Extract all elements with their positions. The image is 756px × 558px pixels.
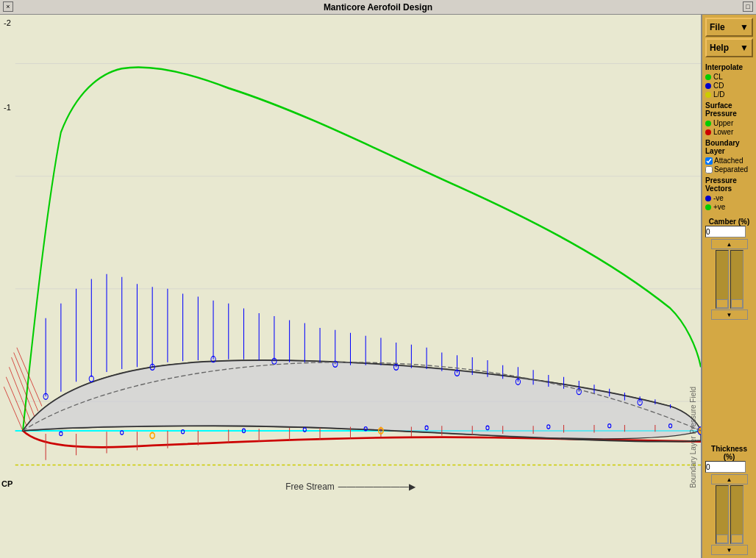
cp-label: CP xyxy=(1,479,13,488)
thickness-thumb-left[interactable] xyxy=(716,534,728,543)
ld-legend: L/D xyxy=(705,90,753,99)
neg-ve-dot xyxy=(705,196,711,201)
close-button[interactable]: × xyxy=(3,1,13,12)
upper-legend: Upper xyxy=(705,119,753,127)
camber-title: Camber (%) xyxy=(705,218,753,226)
cl-dot xyxy=(705,74,711,80)
upper-dot xyxy=(705,121,711,126)
ld-dot xyxy=(705,92,711,98)
separated-checkbox[interactable] xyxy=(705,166,713,174)
thickness-thumb-right[interactable] xyxy=(731,534,743,543)
camber-input[interactable] xyxy=(705,226,746,237)
camber-thumb-left[interactable] xyxy=(716,299,728,308)
thickness-title: Thickness (%) xyxy=(705,445,753,461)
thickness-slider-track-left[interactable] xyxy=(716,485,729,544)
thickness-slider-up[interactable]: ▲ xyxy=(711,474,748,484)
thickness-section: Thickness (%) ▲ ▼ xyxy=(702,442,756,558)
thickness-slider-container: ▲ ▼ xyxy=(705,474,753,555)
cd-legend: CD xyxy=(705,82,753,90)
aerofoil-graph xyxy=(0,15,701,558)
pos-ve-dot xyxy=(705,204,711,210)
window-title: Manticore Aerofoil Design xyxy=(324,2,432,12)
canvas-area: -2 -1 CP Free Stream ————————▶ xyxy=(0,15,701,558)
svg-rect-0 xyxy=(0,15,701,558)
thickness-slider-track-right[interactable] xyxy=(730,485,743,544)
camber-slider-track-right[interactable] xyxy=(730,250,743,309)
interpolate-title: Interpolate xyxy=(705,63,753,71)
attached-checkbox-item: Attached xyxy=(705,157,753,165)
boundary-layer-title: Boundary Layer xyxy=(705,139,753,155)
lower-dot xyxy=(705,129,711,135)
pressure-vectors-title: Pressure Vectors xyxy=(705,176,753,193)
lower-legend: Lower xyxy=(705,128,753,136)
positive-ve-legend: +ve xyxy=(705,203,753,211)
negative-ve-legend: -ve xyxy=(705,194,753,202)
right-panel: File ▼ Help ▼ Interpolate CL CD L/D Su xyxy=(701,15,756,558)
cd-dot xyxy=(705,83,711,89)
camber-slider-down[interactable]: ▼ xyxy=(711,310,748,320)
thickness-input[interactable] xyxy=(705,461,746,473)
cl-legend: CL xyxy=(705,73,753,81)
interpolate-section: Interpolate CL CD L/D Surface Pressure U… xyxy=(702,60,756,215)
thickness-slider-down[interactable]: ▼ xyxy=(711,545,748,555)
free-stream-label: Free Stream ————————▶ xyxy=(285,482,416,492)
camber-thumb-right[interactable] xyxy=(731,299,743,308)
camber-slider-container: ▲ ▼ xyxy=(705,239,753,320)
title-bar: × Manticore Aerofoil Design □ xyxy=(0,0,756,15)
separated-checkbox-item: Separated xyxy=(705,165,753,174)
help-button[interactable]: Help ▼ xyxy=(705,38,753,57)
attached-checkbox[interactable] xyxy=(705,157,713,165)
y-label-neg1: -1 xyxy=(4,103,11,112)
camber-slider-up[interactable]: ▲ xyxy=(711,239,748,249)
file-button[interactable]: File ▼ xyxy=(705,18,753,37)
camber-slider-track-left[interactable] xyxy=(716,250,729,309)
maximize-button[interactable]: □ xyxy=(743,1,753,12)
boundary-layer-pressure-field-label: Boundary Layer Pressure Field xyxy=(689,387,697,488)
main-layout: -2 -1 CP Free Stream ————————▶ xyxy=(0,15,756,558)
right-top-buttons: File ▼ Help ▼ xyxy=(702,15,756,60)
surface-pressure-title: Surface Pressure xyxy=(705,101,753,118)
y-label-neg2: -2 xyxy=(4,18,11,27)
camber-section: Camber (%) ▲ ▼ xyxy=(702,215,756,323)
